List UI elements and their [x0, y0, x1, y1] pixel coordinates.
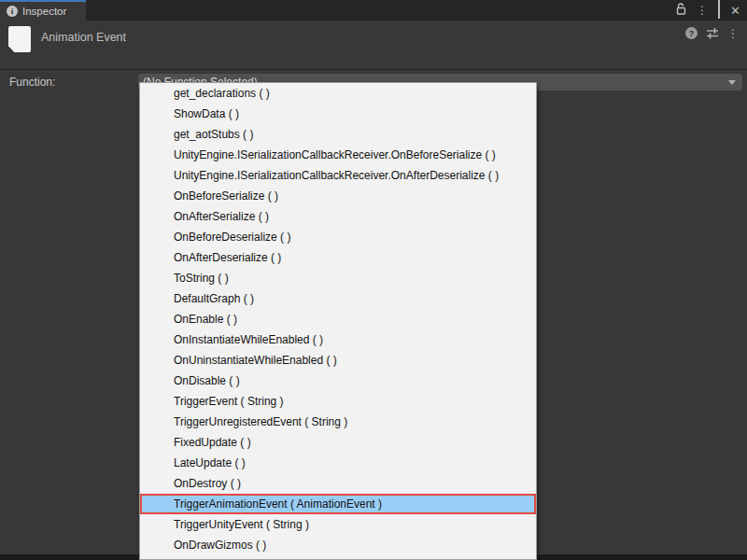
menu-item[interactable]: OnBeforeSerialize ( ): [140, 186, 536, 206]
close-icon[interactable]: ✕: [730, 5, 740, 17]
inspector-header: Animation Event ? ⋮: [0, 21, 747, 69]
active-tab-indicator: [0, 0, 86, 2]
tab-inspector[interactable]: i Inspector: [0, 0, 86, 21]
menu-item-highlighted[interactable]: TriggerAnimationEvent ( AnimationEvent ): [140, 494, 536, 514]
menu-item[interactable]: OnEnable ( ): [140, 309, 536, 329]
asset-title: Animation Event: [41, 31, 126, 44]
window-menu-icon[interactable]: ⋮: [697, 5, 708, 16]
menu-item[interactable]: OnBeforeDeserialize ( ): [140, 227, 536, 247]
menu-item[interactable]: UnityEngine.ISerializationCallbackReceiv…: [140, 145, 536, 165]
titlebar: i Inspector ⋮ ✕: [0, 0, 747, 21]
asset-document-icon: [8, 26, 31, 52]
menu-item[interactable]: OnAfterSerialize ( ): [140, 206, 536, 227]
menu-item[interactable]: OnUninstantiateWhileEnabled ( ): [140, 350, 536, 371]
menu-item[interactable]: DefaultGraph ( ): [140, 288, 536, 309]
menu-item[interactable]: LateUpdate ( ): [140, 453, 536, 473]
info-icon: i: [7, 6, 18, 17]
menu-item[interactable]: OnDestroy ( ): [140, 473, 536, 494]
menu-item[interactable]: get_aotStubs ( ): [140, 124, 536, 145]
menu-item[interactable]: OnDisable ( ): [140, 371, 536, 391]
tab-label: Inspector: [22, 6, 66, 17]
function-menu: get_declarations ( )ShowData ( )get_aotS…: [139, 82, 537, 560]
help-icon[interactable]: ?: [685, 27, 698, 39]
maximize-icon[interactable]: [718, 2, 720, 19]
header-menu-icon[interactable]: ⋮: [727, 28, 739, 39]
menu-item[interactable]: OnAfterDeserialize ( ): [140, 247, 536, 268]
unlock-icon[interactable]: [675, 2, 686, 19]
menu-item[interactable]: TriggerUnregisteredEvent ( String ): [140, 412, 536, 432]
chevron-down-icon: [728, 80, 736, 85]
menu-item[interactable]: ToString ( ): [140, 268, 536, 288]
header-separator: [0, 69, 747, 70]
menu-item[interactable]: OnInstantiateWhileEnabled ( ): [140, 329, 536, 350]
menu-item[interactable]: FixedUpdate ( ): [140, 432, 536, 453]
menu-item[interactable]: get_declarations ( ): [140, 83, 536, 104]
menu-item[interactable]: TriggerEvent ( String ): [140, 391, 536, 412]
menu-item[interactable]: UnityEngine.ISerializationCallbackReceiv…: [140, 165, 536, 186]
menu-item[interactable]: TriggerUnityEvent ( String ): [140, 514, 536, 535]
function-label: Function:: [9, 76, 55, 89]
presets-icon[interactable]: [706, 27, 719, 39]
menu-item[interactable]: ShowData ( ): [140, 104, 536, 124]
menu-item[interactable]: OnDrawGizmos ( ): [140, 535, 536, 555]
